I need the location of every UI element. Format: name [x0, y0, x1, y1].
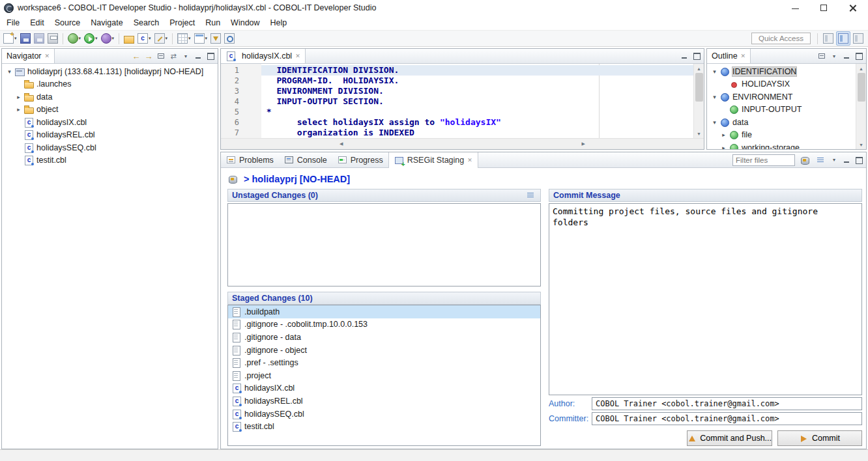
- scroll-right-icon[interactable]: ▶: [465, 139, 703, 148]
- menu-window[interactable]: Window: [225, 16, 265, 29]
- scrollbar-thumb[interactable]: [695, 73, 703, 102]
- maximize-view-button[interactable]: [854, 154, 863, 167]
- minimize-view-button[interactable]: [194, 49, 203, 63]
- tree-item-input-output[interactable]: INPUT-OUTPUT: [707, 104, 856, 117]
- editor-horizontal-scrollbar[interactable]: ◀ ▶: [221, 138, 704, 149]
- code-area[interactable]: 1IDENTIFICATION DIVISION.2PROGRAM-ID. HO…: [221, 64, 693, 138]
- scroll-down-icon[interactable]: ▼: [856, 140, 866, 149]
- scrollbar-thumb[interactable]: [858, 73, 865, 102]
- maximize-view-button[interactable]: [854, 49, 863, 63]
- menu-navigate[interactable]: Navigate: [85, 16, 128, 29]
- menu-file[interactable]: File: [1, 16, 25, 29]
- staged-item-holidaysix-cbl[interactable]: holidaysIX.cbl: [228, 382, 540, 395]
- expander-open-icon[interactable]: ▾: [710, 94, 719, 100]
- expander-closed-icon[interactable]: ▸: [719, 145, 729, 149]
- editor-tab-holidaysix[interactable]: holidaysIX.cbl ✕: [221, 49, 306, 63]
- unstaged-list[interactable]: [227, 203, 541, 286]
- filter-files-input[interactable]: [732, 154, 795, 166]
- minimize-button[interactable]: [781, 0, 809, 16]
- open-perspective-button[interactable]: [822, 31, 835, 46]
- tab-navigator[interactable]: Navigator ✕: [2, 49, 55, 63]
- import-button[interactable]: [209, 31, 222, 46]
- open-resource-button[interactable]: ▾: [193, 31, 209, 46]
- expander-closed-icon[interactable]: ▸: [14, 94, 23, 100]
- staged-item-holidaysseq-cbl[interactable]: holidaysSEQ.cbl: [228, 408, 540, 421]
- scroll-up-icon[interactable]: ▲: [694, 64, 704, 73]
- close-tab-icon[interactable]: ✕: [295, 53, 300, 59]
- open-element-button[interactable]: ▾: [176, 31, 192, 46]
- tree-item-object[interactable]: ▸object: [2, 104, 218, 117]
- save-button[interactable]: [19, 31, 32, 46]
- expander-closed-icon[interactable]: ▸: [719, 132, 729, 138]
- staged-item-holidaysrel-cbl[interactable]: holidaysREL.cbl: [228, 395, 540, 408]
- maximize-editor-button[interactable]: [692, 49, 701, 63]
- tree-item-holidaysrel-cbl[interactable]: holidaysREL.cbl: [2, 129, 218, 142]
- maximize-view-button[interactable]: [206, 49, 215, 63]
- close-view-icon[interactable]: ✕: [741, 53, 746, 59]
- tree-item-environment[interactable]: ▾ENVIRONMENT: [707, 91, 856, 104]
- editor-vertical-scrollbar[interactable]: ▲ ▼: [693, 64, 704, 138]
- code-line-6[interactable]: 6select holidaysIX assign to "holidaysIX…: [221, 117, 693, 128]
- new-wizard-button[interactable]: ▾: [2, 31, 18, 46]
- author-input[interactable]: [592, 397, 862, 410]
- expander-open-icon[interactable]: ▾: [710, 68, 719, 75]
- search-button[interactable]: [223, 31, 236, 46]
- forward-button[interactable]: →: [144, 49, 153, 63]
- cobol-perspective-button[interactable]: [836, 31, 850, 46]
- menu-search[interactable]: Search: [128, 16, 165, 29]
- staged-item-testit-cbl[interactable]: testit.cbl: [228, 420, 540, 433]
- tree-item-holidaysix-cbl[interactable]: holidaysIX.cbl: [2, 116, 218, 129]
- tree-item-launches[interactable]: .launches: [2, 78, 218, 91]
- commit-button[interactable]: Commit: [777, 430, 862, 446]
- close-tab-icon[interactable]: ✕: [467, 157, 472, 163]
- debug-perspective-button[interactable]: [852, 31, 865, 46]
- view-menu-button[interactable]: ▾: [830, 49, 839, 63]
- unstaged-sort-button[interactable]: [526, 189, 536, 202]
- menu-source[interactable]: Source: [50, 16, 86, 29]
- staged-item-gitignore-object[interactable]: .gitignore - object: [228, 344, 540, 357]
- staged-item-gitignore-cobolit-tmp-10-0-0-153[interactable]: .gitignore - .cobolit.tmp.10.0.0.153: [228, 318, 540, 331]
- collapse-all-button[interactable]: [156, 49, 166, 63]
- minimize-view-button[interactable]: [842, 49, 851, 63]
- menu-project[interactable]: Project: [164, 16, 200, 29]
- tree-item-data[interactable]: ▾data: [707, 116, 856, 129]
- compare-mode-button[interactable]: [800, 154, 813, 167]
- view-menu-button[interactable]: ▾: [830, 154, 839, 167]
- scroll-left-icon[interactable]: ◀: [222, 139, 461, 148]
- view-menu-button[interactable]: ▾: [181, 49, 190, 63]
- maximize-button[interactable]: [809, 0, 838, 16]
- expander-open-icon[interactable]: ▾: [5, 68, 14, 75]
- code-line-1[interactable]: 1IDENTIFICATION DIVISION.: [221, 65, 693, 76]
- tree-item-testit-cbl[interactable]: testit.cbl: [2, 154, 218, 167]
- staged-list[interactable]: .buildpath.gitignore - .cobolit.tmp.10.0…: [227, 305, 541, 446]
- tree-item-working-storage[interactable]: ▸working-storage: [707, 141, 856, 149]
- staged-item-project[interactable]: .project: [228, 369, 540, 382]
- code-line-7[interactable]: 7organization is INDEXED: [221, 128, 693, 138]
- new-cobol-project-button[interactable]: [123, 31, 136, 46]
- expander-closed-icon[interactable]: ▸: [14, 106, 23, 113]
- code-line-2[interactable]: 2PROGRAM-ID. HOLIDAYSIX.: [221, 76, 693, 86]
- staged-item-buildpath[interactable]: .buildpath: [228, 305, 540, 318]
- close-view-icon[interactable]: ✕: [45, 53, 50, 59]
- menu-help[interactable]: Help: [265, 16, 293, 29]
- commit-and-push-button[interactable]: Commit and Push...: [687, 430, 772, 446]
- link-editor-button[interactable]: ⇄: [169, 49, 178, 63]
- menu-edit[interactable]: Edit: [25, 16, 50, 29]
- close-button[interactable]: [838, 0, 867, 16]
- code-line-5[interactable]: 5*: [221, 107, 693, 117]
- tree-item-data[interactable]: ▸data: [2, 91, 218, 104]
- new-cobol-program-button[interactable]: ▾: [136, 31, 152, 46]
- tree-item-holidayprj-133-68-41-131-holidayprj-no-head[interactable]: ▾holidayprj (133.68.41.131) [holidayprj …: [2, 65, 218, 78]
- minimize-view-button[interactable]: [842, 154, 851, 167]
- tab-problems[interactable]: Problems: [221, 152, 279, 167]
- staged-item-gitignore-data[interactable]: .gitignore - data: [228, 331, 540, 344]
- print-button[interactable]: [46, 31, 59, 46]
- run-button[interactable]: ▾: [83, 31, 99, 46]
- tab-console[interactable]: Console: [279, 152, 332, 167]
- back-button[interactable]: ←: [132, 49, 141, 63]
- external-tools-button[interactable]: ▾: [153, 31, 169, 46]
- menu-run[interactable]: Run: [200, 16, 225, 29]
- tree-item-holidaysseq-cbl[interactable]: holidaysSEQ.cbl: [2, 141, 218, 154]
- committer-input[interactable]: [592, 412, 862, 425]
- debug-button[interactable]: ▾: [66, 31, 83, 46]
